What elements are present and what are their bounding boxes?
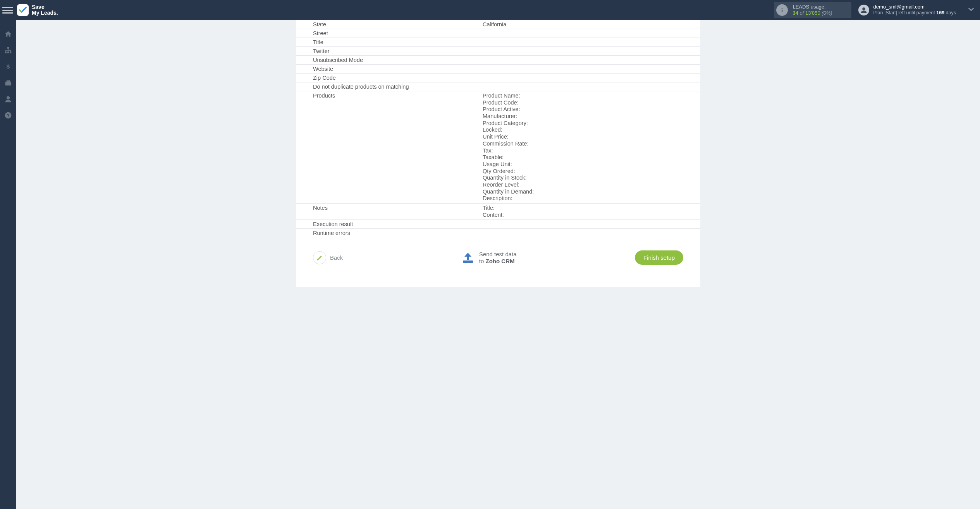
table-row: Zip Code bbox=[296, 74, 700, 82]
value-line: Tax: bbox=[483, 147, 700, 154]
row-label: Products bbox=[296, 91, 483, 203]
svg-point-2 bbox=[863, 7, 866, 10]
value-line: Content: bbox=[483, 212, 700, 219]
row-value: Title:Content: bbox=[483, 204, 700, 219]
svg-rect-4 bbox=[5, 51, 7, 53]
usage-label: LEADS usage: bbox=[793, 4, 832, 10]
table-row: Website bbox=[296, 65, 700, 74]
table-row: Twitter bbox=[296, 47, 700, 56]
row-value bbox=[483, 220, 700, 228]
value-line: Reorder Level: bbox=[483, 182, 700, 189]
brand-name: Save My Leads. bbox=[32, 4, 58, 16]
row-label: State bbox=[296, 20, 483, 29]
row-label: Website bbox=[296, 65, 483, 73]
value-line: Manufacturer: bbox=[483, 113, 700, 120]
logo[interactable] bbox=[17, 4, 29, 16]
finish-setup-button[interactable]: Finish setup bbox=[635, 250, 683, 265]
usage-panel: LEADS usage: 34 of 13'850 (0%) bbox=[774, 2, 851, 18]
send-test-line2: to Zoho CRM bbox=[479, 258, 517, 265]
svg-rect-6 bbox=[10, 51, 11, 53]
table-row: Street bbox=[296, 29, 700, 38]
svg-rect-5 bbox=[7, 51, 9, 53]
dollar-icon[interactable]: $ bbox=[0, 61, 16, 72]
help-icon[interactable]: ? bbox=[0, 110, 16, 121]
table-row: Runtime errors bbox=[296, 229, 700, 237]
value-line: Product Code: bbox=[483, 99, 700, 106]
check-icon bbox=[19, 7, 27, 13]
row-label: Street bbox=[296, 29, 483, 38]
sidebar: $ ? bbox=[0, 20, 16, 509]
avatar-icon bbox=[858, 5, 869, 15]
svg-text:$: $ bbox=[7, 63, 10, 70]
send-test-line1: Send test data bbox=[479, 251, 517, 258]
mapping-card: StateCaliforniaStreetTitleTwitterUnsubsc… bbox=[296, 20, 700, 287]
value-line: Product Category: bbox=[483, 120, 700, 127]
pencil-icon bbox=[313, 251, 326, 264]
svg-text:?: ? bbox=[7, 113, 9, 118]
row-label: Title bbox=[296, 38, 483, 46]
table-row: Unsubscribed Mode bbox=[296, 56, 700, 65]
value-line: Quantity in Demand: bbox=[483, 189, 700, 195]
upload-icon bbox=[461, 252, 475, 264]
row-label: Runtime errors bbox=[296, 229, 483, 237]
usage-numbers: 34 of 13'850 (0%) bbox=[793, 10, 832, 16]
sitemap-icon[interactable] bbox=[0, 45, 16, 56]
user-plan: Plan |Start| left until payment 169 days bbox=[873, 10, 956, 16]
value-line: Qty Ordered: bbox=[483, 168, 700, 175]
row-label: Execution result bbox=[296, 220, 483, 228]
row-value bbox=[483, 74, 700, 82]
value-line: Locked: bbox=[483, 127, 700, 134]
table-row: StateCalifornia bbox=[296, 20, 700, 29]
back-button[interactable]: Back bbox=[313, 251, 343, 264]
row-label: Notes bbox=[296, 204, 483, 219]
value-line: Taxable: bbox=[483, 154, 700, 161]
user-block[interactable]: demo_sml@gmail.com Plan |Start| left unt… bbox=[858, 4, 956, 16]
briefcase-icon[interactable] bbox=[0, 77, 16, 88]
row-notes: Notes Title:Content: bbox=[296, 204, 700, 220]
info-icon bbox=[776, 4, 788, 16]
row-value bbox=[483, 56, 700, 64]
row-value bbox=[483, 47, 700, 55]
value-line: Title: bbox=[483, 205, 700, 212]
value-line: Commission Rate: bbox=[483, 141, 700, 147]
svg-rect-1 bbox=[782, 10, 782, 12]
row-label: Twitter bbox=[296, 47, 483, 55]
value-line: Quantity in Stock: bbox=[483, 175, 700, 182]
send-test-button[interactable]: Send test data to Zoho CRM bbox=[461, 251, 517, 265]
home-icon[interactable] bbox=[0, 29, 16, 39]
svg-rect-8 bbox=[5, 82, 11, 86]
row-value: California bbox=[483, 20, 700, 29]
svg-rect-13 bbox=[463, 260, 473, 263]
row-value bbox=[483, 29, 700, 38]
table-row: Do not duplicate products on matching bbox=[296, 82, 700, 91]
svg-rect-3 bbox=[7, 47, 9, 49]
value-line: Unit Price: bbox=[483, 134, 700, 141]
value-line: Product Name: bbox=[483, 93, 700, 99]
row-value bbox=[483, 38, 700, 46]
table-row: Title bbox=[296, 38, 700, 47]
footer-actions: Back Send test data to Zoho CRM Finish s… bbox=[296, 237, 700, 265]
row-products: Products Product Name:Product Code:Produ… bbox=[296, 91, 700, 204]
topbar: Save My Leads. LEADS usage: 34 of 13'850… bbox=[0, 0, 980, 20]
row-label: Zip Code bbox=[296, 74, 483, 82]
menu-toggle[interactable] bbox=[2, 5, 13, 15]
content-area: StateCaliforniaStreetTitleTwitterUnsubsc… bbox=[16, 20, 980, 509]
row-value bbox=[483, 65, 700, 73]
row-label: Unsubscribed Mode bbox=[296, 56, 483, 64]
svg-point-0 bbox=[782, 8, 783, 9]
value-line: Description: bbox=[483, 195, 700, 202]
row-value bbox=[483, 229, 700, 237]
row-value bbox=[483, 82, 700, 91]
chevron-down-icon[interactable] bbox=[956, 6, 975, 14]
table-row: Execution result bbox=[296, 220, 700, 229]
row-value: Product Name:Product Code:Product Active… bbox=[483, 91, 700, 203]
user-icon[interactable] bbox=[0, 94, 16, 105]
back-label: Back bbox=[330, 254, 343, 261]
value-line: Usage Unit: bbox=[483, 161, 700, 168]
svg-point-10 bbox=[7, 96, 10, 99]
row-label: Do not duplicate products on matching bbox=[296, 82, 483, 91]
user-email: demo_sml@gmail.com bbox=[873, 4, 956, 10]
svg-rect-9 bbox=[7, 80, 10, 81]
value-line: Product Active: bbox=[483, 106, 700, 113]
